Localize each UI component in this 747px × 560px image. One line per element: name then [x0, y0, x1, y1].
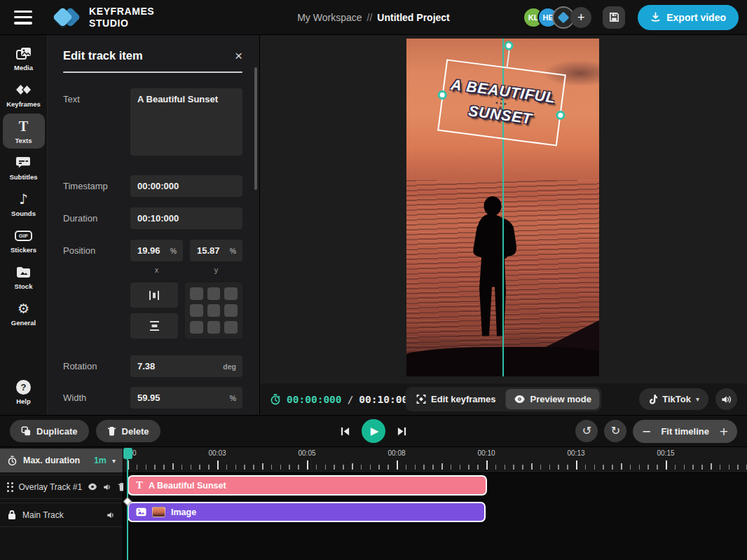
center-horizontal-button[interactable] — [130, 282, 178, 308]
sidebar-item-sounds[interactable]: ♪ Sounds — [3, 186, 45, 221]
rotation-handle[interactable] — [504, 41, 514, 51]
ruler-tick — [343, 465, 344, 470]
rotation-input[interactable] — [130, 361, 223, 371]
skip-end-icon — [397, 426, 407, 437]
anchor-grid — [185, 282, 242, 339]
ruler-tick — [226, 465, 228, 470]
ruler-tick — [540, 465, 542, 470]
sidebar-item-help[interactable]: ? Help — [3, 374, 45, 409]
export-video-button[interactable]: Export video — [638, 5, 739, 30]
duplicate-button[interactable]: Duplicate — [10, 420, 89, 442]
position-y-input[interactable] — [190, 245, 230, 256]
text-clip[interactable]: T A Beautiful Sunset — [128, 475, 487, 496]
redo-button[interactable]: ↻ — [604, 420, 626, 442]
text-input[interactable]: A Beautiful Sunset — [130, 88, 242, 156]
help-icon: ? — [16, 379, 31, 395]
max-duration-control[interactable]: Max. duration 1m ▾ — [0, 449, 123, 472]
visibility-toggle[interactable] — [88, 483, 97, 491]
sidebar-item-label: Media — [14, 64, 33, 71]
playhead-handle[interactable] — [123, 448, 132, 459]
resize-handle-right[interactable] — [556, 111, 566, 121]
timeline-ruler[interactable]: 00:0000:0300:0500:0800:1000:1300:15 — [123, 447, 747, 473]
ruler-label: 00:10 — [477, 449, 495, 457]
panel-divider — [63, 71, 242, 73]
save-button[interactable] — [603, 6, 625, 29]
ruler-tick — [603, 465, 604, 470]
resize-handle-left[interactable] — [437, 90, 448, 100]
format-select-button[interactable]: TikTok ▾ — [639, 388, 708, 410]
breadcrumb-project[interactable]: Untitled Project — [377, 12, 449, 23]
ruler-tick — [505, 465, 506, 470]
timeline-clips: T A Beautiful Sunset Image — [123, 473, 747, 559]
timeline-track-headers: Max. duration 1m ▾ Overlay Track #1 — [0, 447, 123, 560]
ruler-tick — [558, 465, 559, 470]
sidebar-item-texts[interactable]: T Texts — [3, 114, 45, 149]
duration-input[interactable] — [130, 213, 242, 224]
text-overlay-selection[interactable]: A BEAUTIFUL SUNSET — [437, 59, 566, 146]
breadcrumb-workspace[interactable]: My Workspace — [297, 12, 362, 23]
ruler-tick — [567, 465, 568, 470]
video-frame[interactable]: A BEAUTIFUL SUNSET — [406, 39, 599, 376]
transport-controls: ▶ — [340, 419, 407, 443]
panel-scrollbar[interactable] — [254, 67, 257, 190]
width-field-label: Width — [63, 387, 130, 409]
zoom-in-button[interactable]: + — [715, 425, 733, 438]
timeline-zoom-control: − Fit timeline + — [633, 420, 737, 443]
anchor-cell[interactable] — [190, 321, 203, 334]
overlay-track-header: Overlay Track #1 — [0, 474, 123, 499]
sidebar-item-stock[interactable]: Stock — [3, 259, 45, 294]
timer-icon — [270, 394, 281, 405]
delete-button[interactable]: Delete — [96, 420, 160, 442]
main-track-header: Main Track — [0, 503, 123, 527]
timestamp-input[interactable] — [130, 181, 242, 191]
anchor-cell[interactable] — [224, 304, 238, 317]
logo-diamonds-icon — [53, 5, 83, 30]
sounds-icon: ♪ — [19, 191, 28, 207]
anchor-cell[interactable] — [190, 287, 203, 300]
keyframe-brackets-icon — [416, 394, 426, 404]
subtitles-icon — [16, 155, 31, 170]
sidebar-item-keyframes[interactable]: Keyframes — [3, 77, 45, 112]
deg-suffix: deg — [223, 362, 242, 371]
anchor-cell[interactable] — [190, 304, 203, 317]
skip-to-start-button[interactable] — [340, 426, 350, 437]
volume-button[interactable] — [715, 388, 737, 410]
mute-toggle[interactable] — [107, 511, 116, 519]
delete-label: Delete — [122, 426, 149, 437]
sidebar-item-stickers[interactable]: GIF Stickers — [3, 223, 45, 258]
ruler-label: 00:05 — [298, 449, 315, 457]
percent-suffix: % — [170, 247, 183, 255]
speaker-icon — [721, 395, 732, 404]
ruler-tick — [460, 465, 461, 470]
ruler-tick — [271, 465, 273, 470]
undo-button[interactable]: ↺ — [575, 420, 598, 442]
zoom-out-button[interactable]: − — [637, 425, 655, 438]
sidebar-item-general[interactable]: ⚙ General — [3, 296, 45, 331]
anchor-cell[interactable] — [207, 321, 221, 334]
anchor-cell[interactable] — [224, 287, 238, 300]
mute-toggle[interactable] — [103, 483, 112, 491]
trash-icon — [107, 426, 116, 436]
add-user-button[interactable]: + — [570, 7, 591, 28]
drag-handle-icon[interactable] — [7, 482, 13, 492]
preview-mode-button[interactable]: Preview mode — [506, 389, 600, 409]
skip-start-icon — [340, 426, 350, 437]
overlay-track-name: Overlay Track #1 — [19, 482, 83, 492]
width-input[interactable] — [130, 392, 230, 403]
play-button[interactable]: ▶ — [362, 419, 385, 443]
menu-icon[interactable] — [14, 11, 32, 25]
position-x-input[interactable] — [130, 245, 170, 256]
sidebar-item-media[interactable]: Media — [3, 41, 45, 76]
ruler-tick — [352, 463, 353, 470]
fit-timeline-label[interactable]: Fit timeline — [661, 426, 709, 437]
ruler-tick — [361, 465, 362, 470]
anchor-cell[interactable] — [224, 321, 238, 334]
sidebar-item-subtitles[interactable]: Subtitles — [3, 150, 45, 185]
image-clip[interactable]: Image — [128, 502, 486, 522]
close-icon[interactable]: × — [235, 49, 242, 62]
center-vertical-button[interactable] — [130, 313, 178, 339]
anchor-cell[interactable] — [207, 304, 221, 317]
edit-keyframes-button[interactable]: Edit keyframes — [407, 389, 505, 409]
skip-to-end-button[interactable] — [397, 426, 407, 437]
anchor-cell[interactable] — [207, 287, 221, 300]
